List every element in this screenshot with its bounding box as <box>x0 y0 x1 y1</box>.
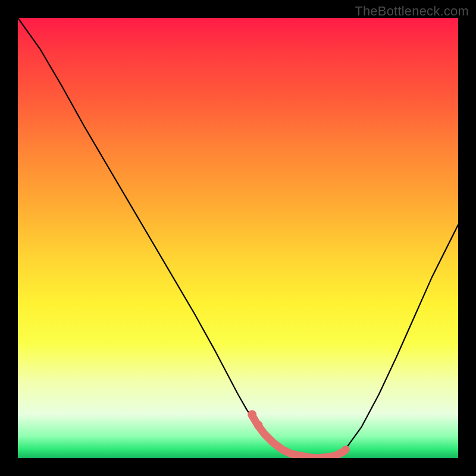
bottleneck-curve <box>18 18 458 458</box>
watermark-text: TheBottleneck.com <box>355 4 469 19</box>
chart-stage: TheBottleneck.com <box>0 0 476 476</box>
optimal-band <box>252 416 346 458</box>
marker-1 <box>254 421 263 430</box>
marker-0 <box>248 410 256 419</box>
curve-layer <box>18 18 458 458</box>
plot-area <box>18 18 458 458</box>
